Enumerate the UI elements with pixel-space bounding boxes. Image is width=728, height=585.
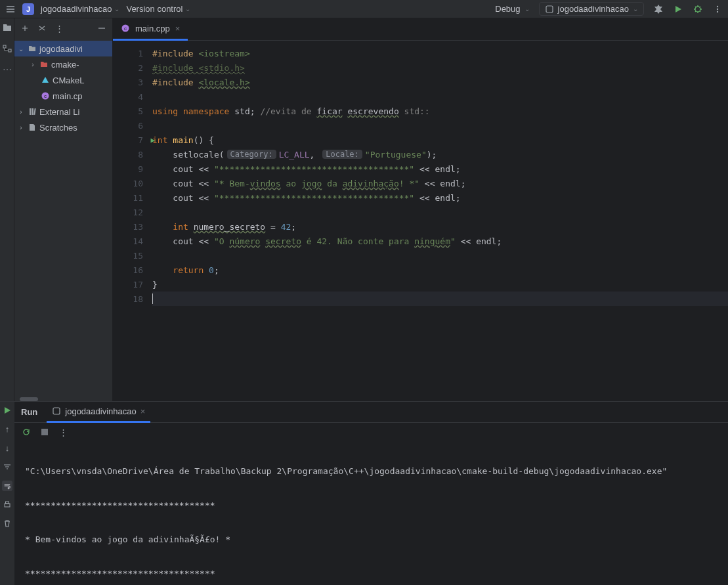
project-tool-icon[interactable] — [2, 22, 12, 33]
svg-rect-9 — [30, 108, 32, 115]
tree-file-main[interactable]: c main.cp — [14, 88, 112, 104]
chevron-right-icon[interactable]: › — [29, 61, 37, 68]
gutter: 1 2 3 4 5 6 7▶ 8 9 10 11 12 13 14 15 16 … — [113, 41, 152, 401]
line-number: 8 — [113, 147, 152, 162]
tab-label: main.cpp — [135, 24, 170, 33]
run-title: Run — [21, 407, 37, 417]
tree-file-cmakelists[interactable]: CMakeL — [14, 72, 112, 88]
chevron-down-icon: ⌄ — [525, 5, 530, 12]
line-number: 14 — [113, 234, 152, 248]
filter-icon[interactable] — [3, 462, 12, 471]
line-number: 16 — [113, 263, 152, 277]
svg-text:c: c — [124, 26, 127, 32]
down-icon[interactable]: ↓ — [5, 443, 10, 453]
tree-external-libs[interactable]: › External Li — [14, 104, 112, 119]
collapse-icon[interactable] — [37, 23, 47, 33]
cpp-file-icon: c — [121, 24, 130, 33]
svg-rect-5 — [3, 45, 6, 48]
chevron-down-icon: ⌄ — [633, 5, 638, 12]
line-number: 10 — [113, 176, 152, 190]
line-number: 5 — [113, 104, 152, 118]
tree-root[interactable]: ⌄ jogodaadivi — [14, 41, 112, 56]
text-cursor — [152, 293, 153, 304]
vc-label: Version control — [126, 4, 182, 14]
cpp-file-icon: c — [41, 91, 50, 100]
tree-root-label: jogodaadivi — [39, 44, 83, 54]
editor-tab-main[interactable]: c main.cpp × — [113, 18, 188, 41]
svg-rect-15 — [6, 502, 9, 504]
library-icon — [28, 107, 37, 116]
chevron-down-icon[interactable]: ⌄ — [17, 45, 25, 53]
close-icon[interactable]: × — [140, 406, 146, 416]
tree-main-label: main.cp — [53, 91, 83, 101]
svg-rect-14 — [5, 504, 10, 507]
console-line: ************************************* — [25, 500, 717, 515]
tree-scratches[interactable]: › Scratches — [14, 119, 112, 135]
line-number: 4 — [113, 89, 152, 104]
cmake-file-icon — [41, 76, 50, 85]
tree-folder-cmake[interactable]: › cmake- — [14, 56, 112, 72]
console-output[interactable]: "C:\Users\vnsda\OneDrive\Área de Trabalh… — [14, 441, 728, 585]
rerun-icon[interactable] — [3, 406, 12, 415]
expand-icon[interactable] — [20, 23, 30, 33]
run-config-tab-label: jogodaadivinhacao — [65, 406, 136, 416]
close-icon[interactable]: × — [175, 24, 181, 33]
delete-icon[interactable] — [3, 519, 12, 528]
svg-point-2 — [717, 5, 718, 7]
stop-icon[interactable] — [39, 427, 50, 437]
more-icon[interactable] — [712, 4, 723, 14]
chevron-down-icon: ⌄ — [185, 5, 190, 12]
run-panel-tabs: Run jogodaadivinhacao × — [14, 402, 728, 423]
run-gutter-icon[interactable]: ▶ — [150, 136, 155, 144]
line-number: 1 — [113, 46, 152, 60]
svg-point-4 — [717, 11, 718, 12]
line-number: 2 — [113, 60, 152, 75]
structure-tool-icon[interactable] — [2, 43, 12, 54]
line-number: 9 — [113, 162, 152, 176]
run-config-label: jogodaadivinhacao — [558, 4, 629, 14]
run-panel-main: Run jogodaadivinhacao × ⋮ "C:\Users\vnsd… — [14, 402, 728, 585]
run-config-selector[interactable]: jogodaadivinhacao ⌄ — [539, 2, 644, 16]
build-icon[interactable] — [653, 4, 664, 14]
project-sidebar: ⋮ ⌄ jogodaadivi › cmake- — [14, 18, 113, 401]
project-selector[interactable]: jogodaadivinhacao ⌄ — [41, 4, 119, 14]
more-tool-icon[interactable]: ⋯ — [3, 64, 12, 75]
editor-area: c main.cpp × 1 2 3 4 5 6 7▶ 8 9 10 11 12… — [113, 18, 728, 401]
more-options-icon[interactable]: ⋮ — [54, 23, 64, 33]
main-menu-icon[interactable] — [5, 4, 16, 14]
line-number: 11 — [113, 190, 152, 205]
run-icon[interactable] — [673, 4, 683, 14]
rerun-icon[interactable] — [21, 427, 32, 437]
debug-icon[interactable] — [693, 4, 703, 14]
console-line: "C:\Users\vnsda\OneDrive\Área de Trabalh… — [25, 466, 717, 481]
code-content[interactable]: #include <iostream> #include <stdio.h> #… — [152, 41, 728, 401]
line-number: 7▶ — [113, 133, 152, 147]
svg-rect-6 — [9, 49, 11, 52]
debug-label: Debug — [495, 4, 520, 14]
run-panel-rail: ↑ ↓ — [0, 402, 14, 585]
print-icon[interactable] — [3, 500, 12, 509]
main-area: ⋯ ⋮ ⌄ jogodaadivi › — [0, 18, 728, 401]
up-icon[interactable]: ↑ — [5, 424, 10, 434]
svg-point-3 — [717, 8, 718, 9]
tool-window-rail: ⋯ — [0, 18, 14, 401]
line-number: 13 — [113, 219, 152, 234]
wrap-icon[interactable] — [2, 481, 12, 491]
top-bar: J jogodaadivinhacao ⌄ Version control ⌄ … — [0, 0, 728, 18]
chevron-right-icon[interactable]: › — [17, 124, 25, 131]
console-line: ************************************* — [25, 569, 717, 583]
more-icon[interactable]: ⋮ — [58, 427, 68, 437]
chevron-right-icon[interactable]: › — [17, 108, 25, 116]
code-editor[interactable]: 1 2 3 4 5 6 7▶ 8 9 10 11 12 13 14 15 16 … — [113, 41, 728, 401]
run-config-tab[interactable]: jogodaadivinhacao × — [47, 402, 150, 423]
run-toolbar: ⋮ — [14, 423, 728, 441]
line-number: 15 — [113, 248, 152, 263]
svg-rect-16 — [53, 408, 60, 414]
hide-icon[interactable] — [96, 23, 107, 33]
version-control-menu[interactable]: Version control ⌄ — [126, 4, 190, 14]
project-tree[interactable]: ⌄ jogodaadivi › cmake- CMakeL — [14, 38, 112, 399]
tree-cmake-label: cmake- — [51, 60, 79, 70]
debug-selector[interactable]: Debug ⌄ — [495, 4, 529, 14]
svg-rect-10 — [32, 108, 34, 115]
editor-tabs: c main.cpp × — [113, 18, 728, 41]
